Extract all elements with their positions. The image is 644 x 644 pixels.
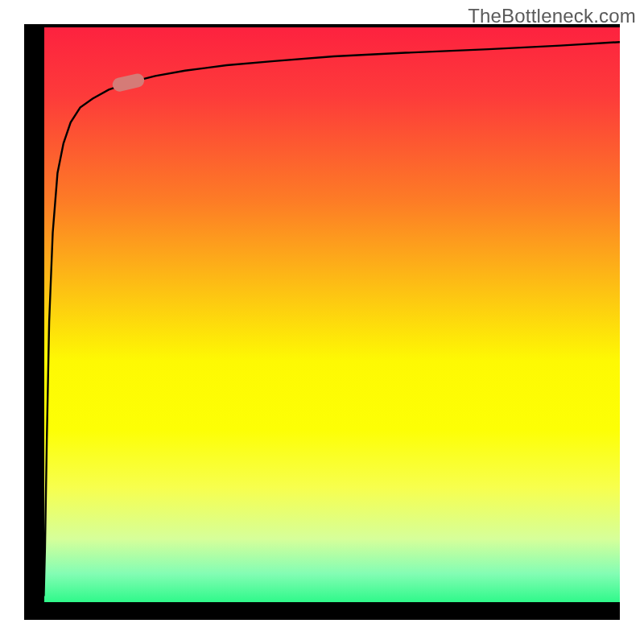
curve-layer [24,24,620,620]
highlight-marker [111,72,146,93]
plot-area [24,24,620,620]
chart-curve [36,42,620,596]
watermark-text: TheBottleneck.com [468,5,636,27]
chart-container: TheBottleneck.com [0,0,644,644]
